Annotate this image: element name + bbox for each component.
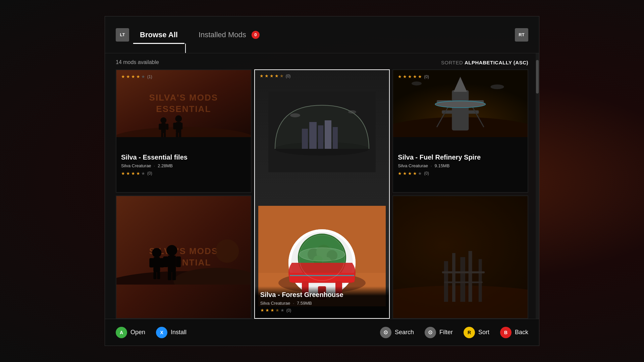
card-refinery-top-stars: ★ ★ ★ ★ ★ (0) <box>398 74 429 79</box>
svg-rect-6 <box>164 133 166 137</box>
svg-point-21 <box>348 110 356 114</box>
svg-rect-10 <box>179 123 182 129</box>
svg-rect-46 <box>442 110 479 114</box>
silhouette-svg2 <box>116 234 251 285</box>
svg-rect-60 <box>153 272 156 279</box>
svg-point-54 <box>173 268 251 285</box>
mod-card-refinery[interactable]: ★ ★ ★ ★ ★ (0) Silva - Fuel Refinery Spir… <box>392 69 528 193</box>
install-button[interactable]: X Install <box>156 327 186 338</box>
svg-rect-61 <box>157 272 160 279</box>
sort-label-footer: Sort <box>478 329 489 336</box>
refinery-bottom-reviews: (0) <box>424 171 429 176</box>
scrollbar-thumb[interactable] <box>536 60 539 94</box>
svg-rect-64 <box>163 256 168 267</box>
mod-card-refinery-row2[interactable] <box>392 195 528 319</box>
tab-installed-mods[interactable]: Installed Mods 0 <box>192 26 266 43</box>
bs3: ★ <box>131 171 135 176</box>
bs4: ★ <box>136 171 140 176</box>
star5: ★ <box>141 74 145 79</box>
tab-installed-mods-label: Installed Mods <box>199 31 246 39</box>
svg-rect-65 <box>176 256 181 267</box>
card-essential-top-stars: ★ ★ ★ ★ ★ (1) <box>121 74 152 79</box>
silhouette-svg <box>116 110 251 137</box>
svg-rect-67 <box>172 272 176 280</box>
bs5: ★ <box>141 171 145 176</box>
svg-point-20 <box>290 113 300 117</box>
svg-rect-2 <box>161 123 166 133</box>
footer: A Open X Install ⊙ Search ⊙ Filter R Sor… <box>105 319 539 346</box>
card-essential-meta: Silva Creaturae · 2.28MB <box>121 163 246 168</box>
svg-rect-11 <box>176 132 178 137</box>
search-button[interactable]: ⊙ Search <box>380 327 414 338</box>
svg-rect-19 <box>333 127 338 149</box>
svg-rect-17 <box>318 125 323 149</box>
svg-point-55 <box>215 239 239 263</box>
footer-right-actions: ⊙ Search ⊙ Filter R Sort B Back <box>380 327 528 338</box>
svg-rect-58 <box>149 258 154 267</box>
card-essential-info: Silva - Essential files Silva Creaturae … <box>116 137 251 192</box>
open-button[interactable]: A Open <box>116 327 145 338</box>
svg-rect-57 <box>153 257 160 272</box>
meta-dot3: · <box>431 163 432 168</box>
tab-underline <box>185 44 186 53</box>
mod-card-greenhouse[interactable]: ★ ★ ★ ★ ★ (0) <box>254 69 390 319</box>
svg-point-52 <box>412 81 422 85</box>
a-button-icon: A <box>116 327 127 338</box>
filter-button[interactable]: ⊙ Filter <box>425 327 453 338</box>
tab-browse-all[interactable]: Browse All <box>133 26 184 43</box>
refinery-planet-svg <box>393 196 528 318</box>
svg-rect-4 <box>166 124 168 130</box>
mod-card-essential-row2[interactable]: SILVA'S MODSESSENTIAL <box>116 195 252 319</box>
back-label: Back <box>515 329 528 336</box>
meta-dot2: · <box>293 301 294 306</box>
svg-point-62 <box>166 245 177 256</box>
sort-prefix: SORTED <box>441 60 465 65</box>
sort-button[interactable]: R Sort <box>464 327 489 338</box>
refinery-size: 9.15MB <box>435 163 450 168</box>
greenhouse-reviews: (0) <box>286 308 291 313</box>
card-essential-bottom-stars: ★ ★ ★ ★ ★ (0) <box>121 171 246 176</box>
svg-rect-15 <box>302 129 308 149</box>
svg-rect-12 <box>179 132 181 137</box>
left-bumper: LT <box>116 28 129 42</box>
r-button-icon: R <box>464 327 475 338</box>
bs2: ★ <box>126 171 130 176</box>
sort-value: ALPHABETICALLY (ASC) <box>465 60 528 65</box>
star1: ★ <box>121 74 125 79</box>
star4: ★ <box>136 74 140 79</box>
greenhouse-top-reviews: (0) <box>286 74 291 78</box>
tab-browse-all-label: Browse All <box>140 31 178 39</box>
greenhouse-author: Silva Creaturae <box>260 301 290 306</box>
greenhouse-size: 7.59MB <box>297 301 312 306</box>
svg-rect-16 <box>309 122 317 149</box>
install-label: Install <box>171 329 186 336</box>
svg-rect-18 <box>325 120 331 149</box>
sort-label: SORTED ALPHABETICALLY (ASC) <box>441 60 528 65</box>
card-refinery-info: Silva - Fuel Refinery Spire Silva Creatu… <box>393 137 528 192</box>
back-button[interactable]: B Back <box>500 327 528 338</box>
svg-rect-66 <box>168 272 171 280</box>
mod-grid: SILVA'S MODSESSENTIAL <box>116 69 528 319</box>
svg-rect-63 <box>168 255 176 272</box>
right-bumper: RT <box>515 28 528 42</box>
sort-bar: 14 mods available SORTED ALPHABETICALLY … <box>116 53 528 69</box>
svg-point-7 <box>175 115 182 122</box>
svg-rect-5 <box>161 133 163 137</box>
mod-card-essential[interactable]: SILVA'S MODSESSENTIAL <box>116 69 252 193</box>
main-window: LT Browse All Installed Mods 0 RT 14 mod… <box>105 16 539 346</box>
essential-row2-bg: SILVA'S MODSESSENTIAL <box>116 196 251 318</box>
meta-dot: · <box>154 163 155 168</box>
installed-mods-badge: 0 <box>252 31 260 39</box>
card-essential-size: 2.28MB <box>158 163 173 168</box>
svg-point-0 <box>116 127 251 137</box>
card-essential-author: Silva Creaturae <box>121 163 151 168</box>
greenhouse-name: Silva - Forest Greenhouse <box>260 291 384 299</box>
greenhouse-meta: Silva Creaturae · 7.59MB <box>260 301 384 306</box>
refinery-author: Silva Creaturae <box>398 163 428 168</box>
card-refinery-image: ★ ★ ★ ★ ★ (0) <box>393 70 528 137</box>
header: LT Browse All Installed Mods 0 RT <box>105 16 539 53</box>
filter-icon: ⊙ <box>425 327 436 338</box>
svg-rect-3 <box>159 124 161 130</box>
svg-point-56 <box>152 248 161 257</box>
card-refinery-meta: Silva Creaturae · 9.15MB <box>398 163 523 168</box>
